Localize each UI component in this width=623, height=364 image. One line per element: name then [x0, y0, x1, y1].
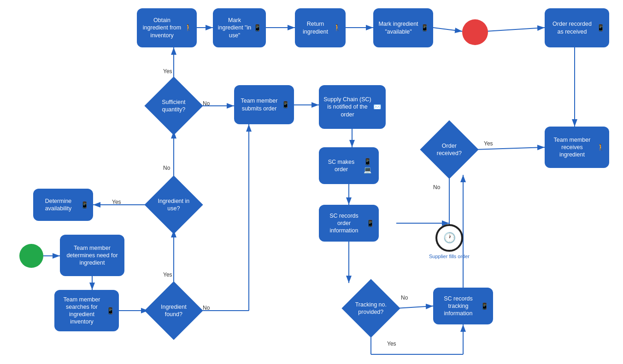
- label-yes-sufficient: Yes: [163, 68, 172, 75]
- ingredient-found-label: Ingredient found?: [153, 301, 194, 320]
- order-recorded-box: Order recorded as received 📱: [545, 8, 609, 47]
- walk-icon-2: 🚶: [333, 23, 341, 32]
- team-determines-box: Team member determines need for ingredie…: [60, 235, 124, 276]
- team-searches-box: Team member searches for ingredient inve…: [54, 290, 119, 331]
- sufficient-qty-label: Sufficient quantity?: [153, 97, 194, 116]
- order-received-diamond-label: Order received?: [429, 140, 470, 159]
- supply-chain-notified-box: Supply Chain (SC) is notified of the ord…: [319, 85, 386, 129]
- determine-avail-box: Determine availability 📱: [33, 189, 93, 221]
- walk-icon: 🚶: [184, 23, 192, 32]
- label-yes-order-received: Yes: [484, 140, 493, 147]
- team-receives-box: Team member receives ingredient 🚶: [545, 127, 609, 168]
- flowchart-diagram: Yes No No Yes Yes No Yes No No Yes Obtai…: [0, 0, 623, 364]
- sc-records-tracking-box: SC records tracking information 📱: [433, 288, 493, 324]
- email-icon: ✉️: [373, 103, 381, 111]
- mobile-icon-5: 📱💻: [361, 157, 374, 174]
- mobile-icon-9: 📱: [481, 302, 488, 310]
- sc-makes-order-box: SC makes order 📱💻: [319, 147, 379, 184]
- sc-records-order-box: SC records order information 📱: [319, 205, 379, 242]
- ingredient-found-diamond: Ingredient found?: [148, 285, 199, 336]
- svg-line-22: [475, 147, 545, 150]
- ingredient-in-use-label: Ingredient in use?: [153, 196, 194, 214]
- label-yes-tracking: Yes: [387, 341, 396, 347]
- mark-in-use-box: Mark ingredient "in use" 📱: [213, 8, 266, 47]
- label-yes-ingredient-in-use: Yes: [112, 199, 121, 205]
- obtain-ingredient-box: Obtain ingredient from inventory 🚶: [137, 8, 197, 47]
- team-submits-box: Team member submits order 📱: [234, 85, 294, 124]
- mobile-icon-3: 📱: [597, 23, 605, 32]
- svg-line-20: [396, 306, 433, 308]
- mobile-icon-8: 📱: [106, 306, 114, 315]
- mark-available-box: Mark ingredient "available" 📱: [373, 8, 433, 47]
- label-yes-ingredient-found: Yes: [163, 272, 172, 278]
- label-no-order-received: No: [433, 184, 440, 191]
- mobile-icon-7: 📱: [366, 219, 374, 227]
- label-no-sufficient: No: [203, 100, 210, 107]
- supplier-label: Supplier fills order: [429, 254, 470, 259]
- label-no-tracking: No: [401, 295, 408, 301]
- tracking-label: Tracking no. provided?: [350, 299, 392, 318]
- label-no-ingredient-in-use: No: [163, 165, 170, 171]
- sufficient-qty-diamond: Sufficient quantity?: [148, 81, 199, 131]
- end-circle: [462, 19, 488, 45]
- tracking-provided-diamond: Tracking no. provided?: [346, 283, 396, 334]
- svg-line-14: [486, 28, 545, 31]
- clock-icon: 🕐: [435, 224, 463, 252]
- supplier-fills-node: 🕐 Supplier fills order: [429, 221, 470, 262]
- walk-icon-3: 🚶: [597, 143, 605, 151]
- order-received-diamond: Order received?: [424, 124, 475, 175]
- mobile-icon-2: 📱: [421, 23, 429, 32]
- svg-line-13: [433, 28, 462, 31]
- start-circle: [19, 244, 43, 268]
- return-ingredient-box: Return ingredient 🚶: [295, 8, 346, 47]
- mobile-icon-4: 📱: [282, 100, 289, 109]
- label-no-ingredient-found: No: [203, 305, 210, 311]
- ingredient-in-use-diamond: Ingredient in use?: [148, 179, 199, 230]
- mobile-icon-1: 📱: [253, 23, 261, 32]
- mobile-icon-6: 📱: [81, 201, 88, 209]
